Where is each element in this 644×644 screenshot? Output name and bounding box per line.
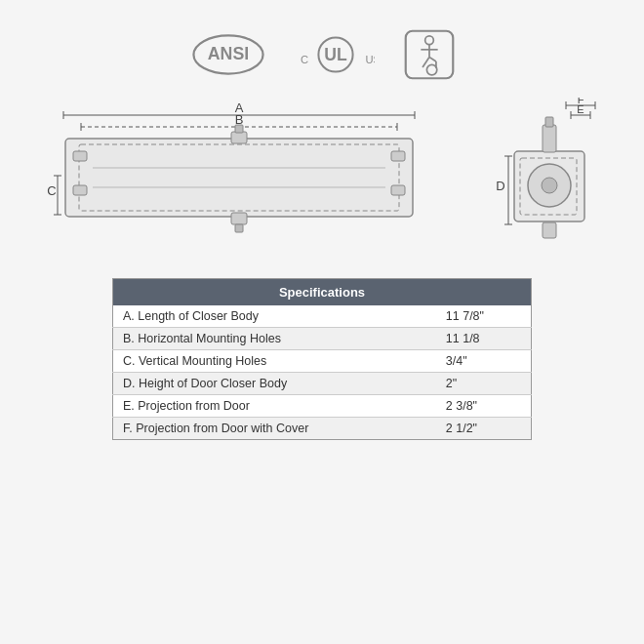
svg-line-11 bbox=[429, 58, 436, 61]
spec-label: A. Length of Closer Body bbox=[113, 305, 417, 328]
closer-side-diagram: F E D bbox=[493, 98, 600, 259]
table-row: C. Vertical Mounting Holes3/4" bbox=[113, 350, 532, 373]
svg-text:ANSI: ANSI bbox=[208, 44, 249, 63]
svg-text:C: C bbox=[47, 183, 56, 198]
svg-text:C: C bbox=[301, 54, 308, 65]
svg-point-53 bbox=[542, 178, 557, 193]
svg-text:UL: UL bbox=[324, 45, 347, 64]
spec-header: Specifications bbox=[113, 279, 532, 306]
svg-text:E: E bbox=[577, 103, 584, 115]
spec-value: 11 1/8 bbox=[417, 328, 532, 350]
spec-value: 2" bbox=[417, 373, 532, 395]
spec-value: 3/4" bbox=[417, 350, 532, 373]
specifications-table: Specifications A. Length of Closer Body1… bbox=[112, 278, 532, 440]
ul-logo: C UL US bbox=[297, 31, 375, 78]
svg-rect-56 bbox=[543, 222, 556, 238]
svg-rect-28 bbox=[73, 151, 87, 161]
svg-rect-29 bbox=[73, 185, 87, 195]
ada-logo bbox=[404, 29, 455, 80]
svg-text:D: D bbox=[496, 179, 504, 193]
spec-label: F. Projection from Door with Cover bbox=[113, 418, 417, 440]
svg-rect-33 bbox=[235, 125, 243, 133]
spec-value: 11 7/8" bbox=[417, 305, 532, 328]
table-row: A. Length of Closer Body11 7/8" bbox=[113, 305, 532, 328]
closer-front-diagram: A B C bbox=[44, 98, 463, 259]
svg-rect-31 bbox=[391, 185, 405, 195]
svg-rect-34 bbox=[231, 213, 247, 224]
logos-section: ANSI C UL US bbox=[20, 29, 624, 80]
svg-rect-54 bbox=[543, 125, 556, 152]
spec-value: 2 3/8" bbox=[417, 395, 532, 418]
svg-rect-55 bbox=[545, 117, 553, 127]
diagram-area: A B C bbox=[20, 98, 624, 259]
page: ANSI C UL US bbox=[0, 0, 644, 644]
spec-label: C. Vertical Mounting Holes bbox=[113, 350, 417, 373]
svg-rect-35 bbox=[235, 224, 243, 232]
svg-point-7 bbox=[425, 36, 434, 45]
svg-rect-30 bbox=[391, 151, 405, 161]
spec-label: E. Projection from Door bbox=[113, 395, 417, 418]
spec-label: B. Horizontal Mounting Holes bbox=[113, 328, 417, 350]
spec-label: D. Height of Door Closer Body bbox=[113, 373, 417, 395]
svg-rect-32 bbox=[231, 132, 247, 143]
table-row: B. Horizontal Mounting Holes11 1/8 bbox=[113, 328, 532, 350]
ansi-logo: ANSI bbox=[189, 31, 267, 78]
svg-point-13 bbox=[426, 64, 436, 74]
svg-rect-26 bbox=[65, 139, 413, 217]
table-row: F. Projection from Door with Cover2 1/2" bbox=[113, 418, 532, 440]
spec-value: 2 1/2" bbox=[417, 418, 532, 440]
table-row: E. Projection from Door2 3/8" bbox=[113, 395, 532, 418]
svg-text:US: US bbox=[365, 54, 375, 65]
table-row: D. Height of Door Closer Body2" bbox=[113, 373, 532, 395]
